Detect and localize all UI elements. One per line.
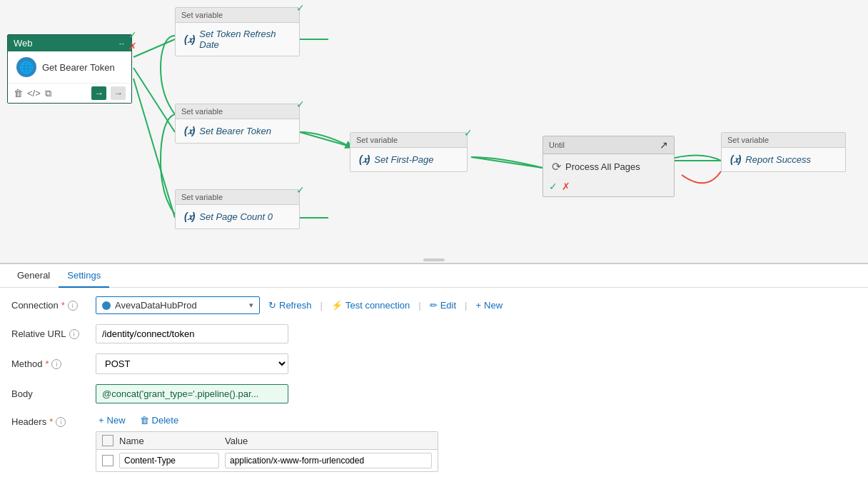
loop-icon: ⟳: [552, 160, 561, 174]
method-select[interactable]: GET POST PUT DELETE PATCH: [96, 353, 288, 374]
separator-2: |: [418, 300, 420, 311]
copy-icon[interactable]: ⧉: [45, 88, 51, 99]
refresh-button[interactable]: ↻ Refresh: [266, 298, 315, 312]
test-icon: ⚡: [331, 300, 343, 311]
header-select-all-checkbox[interactable]: [102, 435, 113, 446]
set-var-5-card[interactable]: Set variable (𝑥) Report Success: [721, 132, 846, 172]
success-check-3: ✓: [296, 184, 305, 196]
delete-header-button[interactable]: 🗑 Delete: [137, 413, 182, 427]
headers-table-header: Name Value: [96, 432, 438, 450]
success-check: ✓: [128, 29, 137, 41]
connection-status-dot: [102, 301, 111, 310]
set-var-1-body: (𝑥) Set Token Refresh Date: [176, 23, 299, 56]
set-var-2-header: Set variable: [176, 104, 299, 119]
until-card[interactable]: Until ↗ ⟳ Process All Pages ✓ ✗: [542, 136, 675, 197]
code-icon[interactable]: </>: [27, 88, 41, 99]
test-connection-button[interactable]: ⚡ Test connection: [328, 298, 413, 312]
arrow-right-icon[interactable]: →: [91, 86, 106, 100]
pipeline-canvas: Web ↔ 🌐 Get Bearer Token 🗑 </> ⧉ → → ✓ ✗…: [0, 0, 868, 264]
header-row-1: [96, 450, 438, 471]
header-row-1-name[interactable]: [119, 453, 219, 468]
headers-required-star: *: [49, 416, 53, 427]
headers-label: Headers * i: [11, 413, 90, 427]
refresh-icon: ↻: [268, 300, 276, 311]
body-input[interactable]: [96, 384, 288, 403]
add-header-button[interactable]: + New: [96, 413, 128, 427]
set-var-4-card[interactable]: Set variable (𝑥) Set First-Page ✓: [350, 132, 468, 172]
set-var-1-card[interactable]: Set variable (𝑥) Set Token Refresh Date …: [175, 7, 300, 56]
headers-controls: + New 🗑 Delete Name Value: [96, 413, 438, 472]
headers-actions-row: + New 🗑 Delete: [96, 413, 438, 427]
separator-1: |: [321, 300, 323, 311]
tab-general[interactable]: General: [9, 264, 59, 288]
svg-line-6: [471, 157, 542, 168]
success-check-1: ✓: [296, 2, 305, 14]
set-var-5-header: Set variable: [722, 133, 845, 148]
set-var-4-body: (𝑥) Set First-Page: [350, 148, 467, 171]
set-var-3-card[interactable]: Set variable (𝑥) Set Page Count 0 ✓: [175, 189, 300, 229]
relative-url-row: Relative URL i: [11, 324, 857, 343]
set-var-5-body: (𝑥) Report Success: [722, 148, 845, 171]
headers-table: Name Value: [96, 431, 438, 472]
forward-icon[interactable]: →: [111, 86, 126, 100]
value-column-header: Value: [225, 436, 432, 446]
settings-panel: General Settings Connection * i AvevaDat…: [0, 264, 868, 492]
dropdown-arrow-icon: ▾: [249, 301, 253, 310]
method-info-icon[interactable]: i: [51, 359, 61, 369]
new-connection-button[interactable]: + New: [473, 298, 505, 312]
error-check: ✗: [128, 41, 137, 52]
svg-line-2: [133, 79, 175, 218]
success-check-4: ✓: [464, 127, 473, 139]
method-row: Method * i GET POST PUT DELETE PATCH: [11, 353, 857, 374]
until-error: ✗: [562, 181, 570, 192]
set-var-3-header: Set variable: [176, 190, 299, 205]
connection-value: AvevaDataHubProd: [115, 300, 245, 311]
header-row-1-value[interactable]: [225, 453, 432, 468]
edit-icon: ✏: [430, 300, 438, 311]
expand-icon[interactable]: ↗: [660, 139, 668, 151]
url-info-icon[interactable]: i: [69, 329, 79, 339]
trash-icon[interactable]: 🗑: [14, 88, 23, 99]
trash-icon-2: 🗑: [140, 415, 149, 426]
header-row-1-checkbox[interactable]: [102, 455, 113, 466]
svg-line-0: [133, 39, 175, 57]
required-star: *: [61, 300, 65, 311]
set-var-4-header: Set variable: [350, 133, 467, 148]
method-label: Method * i: [11, 358, 90, 369]
x-variable-icon: (𝑥): [184, 34, 195, 46]
web-card-title: Get Bearer Token: [42, 62, 115, 73]
x-variable-icon-4: (𝑥): [359, 154, 370, 166]
method-required-star: *: [45, 358, 49, 369]
set-var-2-body: (𝑥) Set Bearer Token: [176, 119, 299, 143]
relative-url-input[interactable]: [96, 324, 288, 343]
success-check-2: ✓: [296, 99, 305, 110]
set-var-2-card[interactable]: Set variable (𝑥) Set Bearer Token ✓: [175, 104, 300, 144]
until-card-header: Until ↗: [543, 136, 674, 154]
x-variable-icon-2: (𝑥): [184, 125, 195, 137]
web-card-footer[interactable]: 🗑 </> ⧉ → →: [8, 83, 131, 103]
web-activity-card[interactable]: Web ↔ 🌐 Get Bearer Token 🗑 </> ⧉ → → ✓ ✗: [7, 34, 132, 104]
svg-line-1: [133, 68, 175, 132]
plus-icon: +: [475, 300, 481, 311]
plus-icon-2: +: [99, 415, 104, 426]
web-card-header: Web ↔: [8, 35, 131, 51]
separator-3: |: [465, 300, 467, 311]
globe-icon: 🌐: [16, 57, 36, 77]
web-card-body: 🌐 Get Bearer Token: [8, 51, 131, 83]
connection-info-icon[interactable]: i: [68, 301, 78, 311]
edit-button[interactable]: ✏ Edit: [427, 298, 459, 312]
connection-dropdown[interactable]: AvevaDataHubProd ▾: [96, 296, 260, 314]
relative-url-label: Relative URL i: [11, 328, 90, 339]
connection-row: Connection * i AvevaDataHubProd ▾ ↻ Refr…: [11, 296, 857, 314]
body-label: Body: [11, 388, 90, 399]
headers-info-icon[interactable]: i: [56, 417, 66, 427]
connection-control-row: AvevaDataHubProd ▾ ↻ Refresh | ⚡ Test co…: [96, 296, 857, 314]
body-row: Body: [11, 384, 857, 403]
drag-handle[interactable]: [423, 258, 445, 261]
set-var-1-header: Set variable: [176, 8, 299, 23]
web-label: Web: [14, 38, 33, 49]
tab-settings[interactable]: Settings: [59, 264, 109, 288]
connection-label: Connection * i: [11, 300, 90, 311]
name-column-header: Name: [119, 436, 219, 446]
settings-content: Connection * i AvevaDataHubProd ▾ ↻ Refr…: [0, 288, 868, 491]
